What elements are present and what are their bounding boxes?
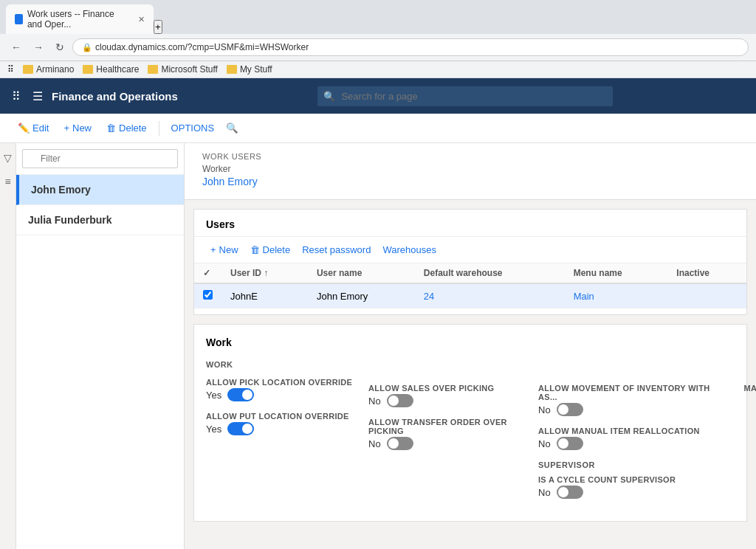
cycle-count-toggle[interactable]: [557, 486, 583, 499]
app-title: Finance and Operations: [52, 90, 178, 103]
command-search-button[interactable]: 🔍: [223, 120, 241, 137]
movement-inventory-field: Allow movement of inventory with as... N…: [538, 384, 723, 416]
transfer-picking-toggle[interactable]: [387, 437, 413, 450]
movement-inventory-value: No: [538, 403, 723, 416]
worker-list-panel: 🔍 John Emory Julia Funderburk: [16, 143, 185, 549]
supervisor-subsection: SUPERVISOR Is a cycle count supervisor N…: [538, 460, 723, 499]
delete-button[interactable]: 🗑 Delete: [100, 120, 153, 137]
main-content: WORK USERS Worker John Emory Users + New…: [185, 143, 756, 549]
pick-location-toggle[interactable]: [227, 388, 254, 401]
row-check[interactable]: [194, 283, 221, 308]
users-table: ✓ User ID ↑ User name Default warehouse: [194, 263, 746, 308]
folder-icon: [148, 65, 158, 74]
options-button[interactable]: OPTIONS: [165, 120, 221, 137]
plus-icon: +: [210, 244, 216, 255]
work-col-3: Allow movement of inventory with as... N…: [538, 360, 723, 509]
inactive-col-header: Inactive: [667, 263, 746, 283]
bookmark-arminano[interactable]: Arminano: [23, 64, 74, 75]
browser-tab[interactable]: Work users -- Finance and Oper... ✕: [6, 4, 154, 34]
pick-location-value: Yes: [206, 388, 368, 401]
command-bar: ✏️ Edit + New 🗑 Delete OPTIONS 🔍: [0, 114, 756, 143]
app-header: ⠿ ☰ Finance and Operations 🔍: [0, 78, 756, 114]
pick-location-field: Allow pick location override Yes: [206, 378, 368, 401]
manual-reallocation-label: Allow manual item reallocation: [538, 427, 723, 435]
selected-worker-name: John Emory: [202, 176, 738, 187]
work-users-label: WORK USERS: [202, 152, 738, 161]
warehouses-button[interactable]: Warehouses: [378, 243, 441, 257]
max-percentage-label: Maximum percentage limit: [723, 384, 756, 393]
folder-icon: [83, 65, 93, 74]
work-section-card: Work WORK Allow pick location override Y…: [193, 324, 747, 522]
search-input[interactable]: [317, 86, 613, 106]
work-col-label: WORK: [206, 360, 368, 369]
filter-input[interactable]: [22, 149, 178, 168]
edit-button[interactable]: ✏️ Edit: [12, 120, 55, 137]
pick-location-label: Allow pick location override: [206, 378, 368, 387]
users-table-wrapper: ✓ User ID ↑ User name Default warehouse: [194, 263, 746, 314]
warehouse-col-header: Default warehouse: [415, 263, 565, 283]
sales-picking-field: Allow sales over picking No: [368, 384, 538, 407]
put-location-value: Yes: [206, 422, 368, 435]
users-section-title: Users: [194, 210, 746, 237]
work-col-1: WORK Allow pick location override Yes Al…: [206, 360, 368, 509]
max-percentage-value: 0.00: [723, 394, 756, 409]
nav-icon-button[interactable]: ≡: [1, 173, 13, 190]
trash-icon: 🗑: [250, 244, 260, 255]
new-icon: +: [63, 122, 69, 134]
lock-icon: 🔒: [82, 43, 92, 52]
max-quantity-value: 0.00: [723, 429, 756, 444]
waffle-icon[interactable]: ⠿: [12, 89, 21, 103]
table-row[interactable]: JohnE John Emory 24 Main: [194, 283, 746, 308]
new-button[interactable]: + New: [58, 120, 97, 137]
transfer-picking-field: Allow transfer order over picking No: [368, 418, 538, 450]
browser-nav: ← → ↻ 🔒 cloudax.dynamics.com/?cmp=USMF&m…: [0, 34, 756, 61]
put-location-label: Allow put location override: [206, 412, 368, 421]
manual-reallocation-toggle[interactable]: [557, 437, 583, 450]
col4-spacer: [723, 360, 756, 375]
bookmark-healthcare[interactable]: Healthcare: [83, 64, 139, 75]
filter-icon-button[interactable]: ▽: [1, 149, 15, 167]
sales-picking-toggle[interactable]: [387, 394, 413, 407]
address-bar[interactable]: 🔒 cloudax.dynamics.com/?cmp=USMF&mi=WHSW…: [72, 38, 749, 56]
tab-close-button[interactable]: ✕: [138, 15, 145, 24]
bookmarks-bar: ⠿ Arminano Healthcare Microsoft Stuff My…: [0, 61, 756, 78]
app-search: 🔍: [317, 86, 613, 106]
back-button[interactable]: ←: [7, 39, 25, 55]
users-section-card: Users + New 🗑 Delete Reset password Ware…: [193, 209, 747, 315]
row-menuname: Main: [565, 283, 668, 308]
worker-name: Julia Funderburk: [28, 214, 172, 226]
movement-inventory-toggle[interactable]: [557, 403, 583, 416]
bookmark-microsoft[interactable]: Microsoft Stuff: [148, 64, 217, 75]
refresh-button[interactable]: ↻: [52, 39, 68, 55]
tab-favicon: [15, 14, 23, 24]
max-percentage-field: Maximum percentage limit 0.00: [723, 384, 756, 409]
row-inactive: [667, 283, 746, 308]
bookmark-label: Healthcare: [96, 64, 139, 75]
username-col-header: User name: [308, 263, 415, 283]
transfer-picking-value: No: [368, 437, 538, 450]
bookmark-mystuff[interactable]: My Stuff: [227, 64, 272, 75]
forward-button[interactable]: →: [30, 39, 47, 55]
users-section-toolbar: + New 🗑 Delete Reset password Warehouses: [194, 237, 746, 263]
supervisor-label: SUPERVISOR: [538, 460, 723, 469]
transfer-picking-label: Allow transfer order over picking: [368, 418, 538, 435]
reset-password-button[interactable]: Reset password: [298, 243, 375, 257]
put-location-toggle[interactable]: [227, 422, 254, 435]
folder-icon: [23, 65, 33, 74]
row-username: John Emory: [308, 283, 415, 308]
row-userid: JohnE: [221, 283, 308, 308]
bookmark-label: My Stuff: [240, 64, 272, 75]
users-new-button[interactable]: + New: [206, 243, 243, 257]
max-quantity-field: Maximum quantity limit 0.00: [723, 419, 756, 444]
col3-spacer: [538, 360, 723, 375]
max-value-field: Maximum value limit 0.00: [723, 455, 756, 480]
new-tab-button[interactable]: +: [154, 20, 162, 34]
bookmark-label: Microsoft Stuff: [161, 64, 217, 75]
hamburger-icon[interactable]: ☰: [32, 89, 43, 103]
sidebar-icon-strip: ▽ ≡: [0, 143, 16, 549]
folder-icon: [227, 65, 237, 74]
worker-list-item-julia-funderburk[interactable]: Julia Funderburk: [16, 205, 184, 235]
worker-list-item-john-emory[interactable]: John Emory: [16, 175, 184, 205]
bookmark-label: Arminano: [36, 64, 74, 75]
users-delete-button[interactable]: 🗑 Delete: [246, 243, 295, 257]
